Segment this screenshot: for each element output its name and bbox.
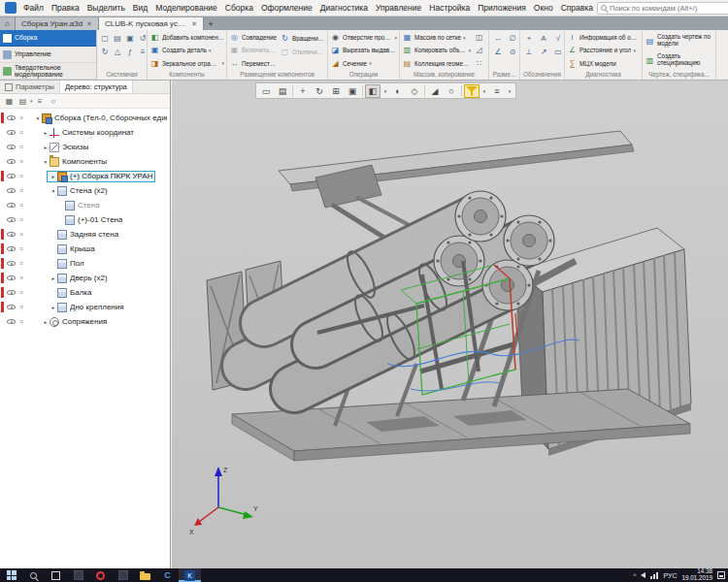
row-marker-icon[interactable]: ≡ <box>19 317 23 326</box>
menu-assembly[interactable]: Сборка <box>221 1 257 15</box>
panelset-assembly[interactable]: Сборка <box>0 30 96 47</box>
row-marker-icon[interactable]: ≡ <box>19 143 23 151</box>
create-spec-button[interactable]: ▥ Создать спецификацию <box>644 50 714 70</box>
select-frame-icon[interactable]: ▭ <box>258 84 274 98</box>
tree-item-roof[interactable]: ≡ Крыша <box>0 242 170 256</box>
rotate-icon[interactable]: ↻ <box>312 84 327 98</box>
tree-item-sketches[interactable]: ≡ ▸Эскизы <box>0 140 170 154</box>
settings-icon[interactable]: ≡ <box>137 46 146 57</box>
pan-icon[interactable]: + <box>295 84 311 98</box>
distance-angle-button[interactable]: ∠ Расстояние и угол ▾ <box>566 44 641 56</box>
row-marker-icon[interactable]: ≡ <box>19 303 23 311</box>
roughness-icon[interactable]: √ <box>551 32 563 45</box>
move-component-button[interactable]: ↔ Переместить компонент <box>228 57 278 70</box>
taskbar-app-browser[interactable]: C <box>156 568 179 582</box>
menu-management[interactable]: Управление <box>372 1 425 15</box>
3d-model-canvas[interactable]: Z Y X <box>172 81 728 568</box>
add-component-button[interactable]: ◧ Добавить компонент из... <box>149 31 225 44</box>
save-icon[interactable]: ▣ <box>124 32 136 44</box>
row-marker-icon[interactable]: ≡ <box>19 259 23 268</box>
point-annotation-icon[interactable]: + <box>522 32 536 45</box>
row-marker-icon[interactable]: ≡ <box>19 215 23 224</box>
network-icon[interactable] <box>650 572 658 579</box>
dropdown-icon[interactable]: ▾ <box>469 48 472 53</box>
row-marker-icon[interactable]: ≡ <box>19 244 23 253</box>
tree-search-icon[interactable]: ○ <box>48 95 60 107</box>
command-search-box[interactable] <box>597 2 728 15</box>
datum-icon[interactable]: ⊥ <box>522 46 536 58</box>
zoom-fit-icon[interactable]: ▣ <box>345 84 360 98</box>
dropdown-icon[interactable]: ▾ <box>463 35 466 41</box>
visibility-eye-icon[interactable] <box>7 130 16 135</box>
tab-tree-structure[interactable]: Дерево: структура <box>59 81 133 93</box>
visibility-eye-icon[interactable] <box>7 246 16 251</box>
create-drawing-button[interactable]: ▤ Создать чертеж по модели <box>644 31 714 50</box>
row-marker-icon[interactable]: ≡ <box>19 274 23 282</box>
expand-chevron[interactable]: ▸ <box>50 174 57 179</box>
start-page-icon[interactable]: ⌂ <box>0 17 16 30</box>
tree-dropdown-icon[interactable]: ▾ <box>30 98 33 104</box>
disable-fix-button[interactable]: ▢ Отключить фиксацию <box>279 45 326 58</box>
tab-close-icon[interactable]: ✕ <box>86 20 92 28</box>
taskbar-clock[interactable]: 14:38 19.01.2019 <box>681 568 712 582</box>
visibility-eye-icon[interactable] <box>7 305 16 309</box>
tree-item-pkrk-uran[interactable]: ≡ ▸(+) Сборка ПКРК УРАН <box>0 169 170 183</box>
create-part-button[interactable]: ▣ Создать деталь ▾ <box>149 44 225 56</box>
taskbar-app-explorer[interactable] <box>134 568 156 582</box>
start-button[interactable] <box>0 568 22 582</box>
display-wireframe-icon[interactable]: ◇ <box>407 84 422 98</box>
object-info-button[interactable]: i Информация об объекте <box>566 31 641 44</box>
tree-item-wall[interactable]: ≡ Стена <box>0 198 170 212</box>
visibility-eye-icon[interactable] <box>7 145 16 149</box>
volume-icon[interactable] <box>641 572 645 578</box>
expand-chevron[interactable]: ▸ <box>42 130 50 136</box>
copy-objects-button[interactable]: ▥ Копировать объекты ▾ <box>401 44 472 56</box>
zoom-window-icon[interactable]: ⊞ <box>328 84 344 98</box>
pattern-extra-2[interactable]: ◿ <box>473 44 487 56</box>
visibility-eye-icon[interactable] <box>7 232 16 237</box>
action-center-icon[interactable] <box>717 571 725 579</box>
menu-file[interactable]: Файл <box>19 1 48 15</box>
tree-item-door-x2[interactable]: ≡ ▸Дверь (x2) <box>0 271 170 285</box>
toolbar-settings-icon[interactable]: ≡ <box>489 84 505 98</box>
row-marker-icon[interactable]: ≡ <box>19 288 23 297</box>
row-marker-icon[interactable]: ≡ <box>19 230 23 239</box>
text-annotation-icon[interactable]: A <box>537 32 550 45</box>
tray-expand-icon[interactable]: ^ <box>633 572 636 579</box>
tree-structure-icon[interactable]: ▦ <box>3 95 16 107</box>
menu-modeling[interactable]: Моделирование <box>151 1 221 15</box>
tree-item-coordinate-systems[interactable]: ≡ ▸Системы координат <box>0 125 170 140</box>
mass-properties-button[interactable]: ∑ МЦХ модели <box>566 57 641 70</box>
filter-icon[interactable] <box>464 84 480 98</box>
menu-layout[interactable]: Оформление <box>257 1 316 15</box>
taskbar-app-2[interactable] <box>112 568 134 582</box>
row-marker-icon[interactable]: ≡ <box>19 113 23 122</box>
visibility-eye-icon[interactable] <box>7 174 16 178</box>
dropdown-icon[interactable]: ▾ <box>209 48 212 53</box>
new-document-button[interactable]: + <box>204 17 217 30</box>
expand-chevron[interactable]: ▸ <box>50 275 57 281</box>
rotation-mate-button[interactable]: ↻ Вращение-вращение <box>279 31 326 45</box>
row-marker-icon[interactable]: ≡ <box>19 186 23 195</box>
angle-dimension-icon[interactable]: ∠ <box>491 46 505 58</box>
new-document-icon[interactable]: ▢ <box>99 32 111 44</box>
expand-chevron[interactable]: ▸ <box>42 319 50 325</box>
pattern-extra-1[interactable]: ◫ <box>473 31 487 44</box>
row-marker-icon[interactable]: ≡ <box>19 157 23 166</box>
expand-chevron[interactable]: ▸ <box>42 145 50 150</box>
tree-item-floor[interactable]: ≡ Пол <box>0 256 170 271</box>
tree-item-beam[interactable]: ≡ Балка <box>0 285 170 300</box>
expand-chevron[interactable]: ▾ <box>42 159 50 165</box>
row-marker-icon[interactable]: ≡ <box>19 128 23 137</box>
taskbar-app-1[interactable] <box>67 568 89 582</box>
tab-club-k[interactable]: CLUB-K пусковая уста... ✕ <box>99 17 204 30</box>
tab-assembly-uran[interactable]: Сборка Уран.a3d ✕ <box>16 17 99 30</box>
menu-select[interactable]: Выделить <box>83 1 129 15</box>
menu-window[interactable]: Окно <box>530 1 557 15</box>
visibility-eye-icon[interactable] <box>7 275 16 280</box>
radial-dimension-icon[interactable]: ⊙ <box>506 46 518 58</box>
tree-relations-icon[interactable]: ≡ <box>34 95 47 107</box>
menu-view[interactable]: Вид <box>129 1 151 15</box>
mirror-button[interactable]: ◨ Зеркальное отражение... ▾ <box>149 57 225 70</box>
dropdown-icon[interactable]: ▾ <box>221 60 224 66</box>
